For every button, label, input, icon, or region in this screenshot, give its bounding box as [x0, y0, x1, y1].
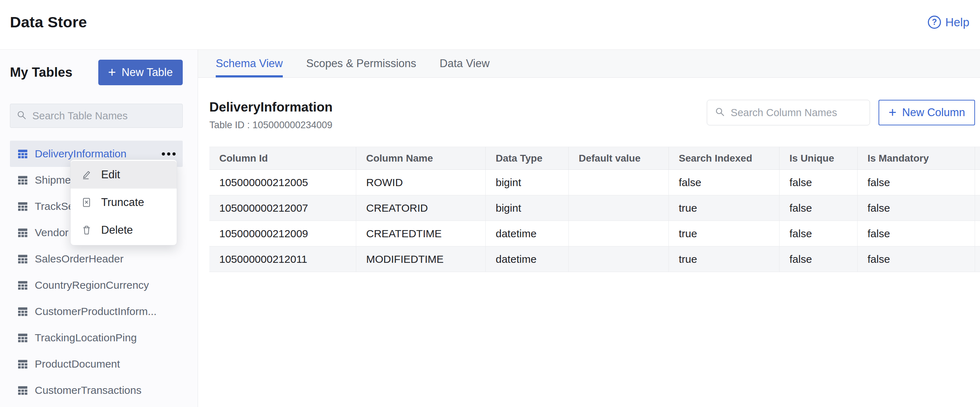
menu-item-edit[interactable]: Edit [71, 161, 177, 188]
column-search-input[interactable] [730, 107, 862, 119]
table-search-input[interactable] [32, 110, 176, 122]
sidebar-item-table[interactable]: TrackingLocationPing [10, 325, 183, 351]
table-cell-sliver [975, 221, 980, 246]
header-cell: Default value [569, 147, 669, 170]
tab-scopes-permissions[interactable]: Scopes & Permissions [306, 50, 416, 77]
table-grid-icon [18, 333, 28, 343]
table-cell: true [669, 221, 780, 246]
table-cell: false [780, 246, 858, 272]
table-cell: false [780, 195, 858, 221]
header-cell: Data Type [486, 147, 569, 170]
table-grid-icon [18, 359, 28, 369]
table-grid-icon [18, 175, 28, 185]
header-cell: Column Id [209, 147, 356, 170]
menu-item-label: Truncate [101, 196, 144, 209]
table-cell: bigint [486, 195, 569, 221]
table-cell [569, 221, 669, 246]
plus-icon: + [888, 105, 896, 119]
table-cell: CREATORID [356, 195, 486, 221]
table-title: DeliveryInformation [209, 100, 332, 115]
table-name-label: ProductDocument [35, 358, 120, 370]
table-grid-icon [18, 280, 28, 290]
table-name-label: CountryRegionCurrency [35, 279, 149, 291]
table-cell-sliver [975, 246, 980, 272]
edit-icon [81, 169, 92, 180]
table-cell: ROWID [356, 170, 486, 195]
header-cell: Search Indexed [669, 147, 780, 170]
table-name-label: Shipme [35, 174, 71, 186]
tab-schema-view[interactable]: Schema View [216, 50, 283, 77]
help-label: Help [945, 16, 969, 29]
table-cell: datetime [486, 221, 569, 246]
table-cell: false [858, 221, 975, 246]
table-cell: 105000000212005 [209, 170, 356, 195]
plus-icon: + [108, 65, 116, 79]
help-link[interactable]: ? Help [928, 16, 969, 29]
search-icon [715, 107, 725, 118]
search-icon [17, 110, 27, 121]
table-cell: 105000000212007 [209, 195, 356, 221]
table-name-label: CustomerProductInform... [35, 305, 156, 318]
table-cell: false [858, 246, 975, 272]
tab-bar: Schema ViewScopes & PermissionsData View [198, 50, 980, 78]
table-cell: false [669, 170, 780, 195]
table-name-label: TrackSe [35, 200, 74, 212]
table-cell: CREATEDTIME [356, 221, 486, 246]
table-cell: false [780, 221, 858, 246]
table-id: Table ID : 105000000234009 [209, 120, 332, 131]
new-column-button[interactable]: + New Column [878, 100, 975, 125]
table-search-box [10, 104, 183, 128]
truncate-icon [81, 197, 92, 208]
table-cell: true [669, 246, 780, 272]
dot [172, 152, 176, 156]
table-cell: datetime [486, 246, 569, 272]
header-cell: Is Unique [780, 147, 858, 170]
table-name-label: Vendor [35, 227, 68, 239]
table-grid-icon [18, 228, 28, 238]
main-content: Schema ViewScopes & PermissionsData View… [198, 50, 980, 407]
sidebar-item-table[interactable]: CountryRegionCurrency [10, 272, 183, 298]
sidebar-item-table[interactable]: CustomerTransactions [10, 377, 183, 404]
table-name-label: TrackingLocationPing [35, 332, 137, 344]
app-header: Data Store ? Help [0, 0, 980, 50]
table-name-label: SalesOrderHeader [35, 253, 124, 265]
sidebar-item-table[interactable]: CustomerProductInform... [10, 298, 183, 325]
table-grid-icon [18, 306, 28, 316]
table-cell [569, 246, 669, 272]
table-cell: bigint [486, 170, 569, 195]
table-grid-icon [18, 149, 28, 159]
menu-item-truncate[interactable]: Truncate [71, 188, 177, 216]
new-table-label: New Table [122, 66, 173, 79]
table-cell: false [858, 195, 975, 221]
menu-item-delete[interactable]: Delete [71, 216, 177, 244]
delete-icon [81, 225, 92, 235]
header-cell: Column Name [356, 147, 486, 170]
page-title: Data Store [10, 13, 87, 31]
new-table-button[interactable]: + New Table [98, 60, 183, 85]
table-cell [569, 170, 669, 195]
dot [162, 152, 165, 156]
dot [167, 152, 170, 156]
new-column-label: New Column [902, 106, 965, 119]
table-cell: 105000000212009 [209, 221, 356, 246]
table-cell-sliver [975, 195, 980, 221]
more-actions-icon[interactable] [161, 149, 177, 159]
table-name-label: CustomerTransactions [35, 384, 142, 396]
table-cell: 105000000212011 [209, 246, 356, 272]
table-grid-icon [18, 254, 28, 264]
header-cell-sliver [975, 147, 980, 170]
table-cell [569, 195, 669, 221]
table-cell: true [669, 195, 780, 221]
header-cell: Is Mandatory [858, 147, 975, 170]
sidebar-item-table[interactable]: SalesOrderHeader [10, 246, 183, 272]
table-name-label: DeliveryInformation [35, 148, 126, 160]
sidebar-item-table[interactable]: ProductDocument [10, 351, 183, 377]
table-cell: MODIFIEDTIME [356, 246, 486, 272]
table-grid-icon [18, 201, 28, 211]
table-context-menu: EditTruncateDelete [70, 160, 177, 246]
menu-item-label: Edit [101, 168, 120, 181]
table-cell: false [858, 170, 975, 195]
column-search-box [707, 100, 870, 125]
table-cell-sliver [975, 170, 980, 195]
tab-data-view[interactable]: Data View [440, 50, 490, 77]
